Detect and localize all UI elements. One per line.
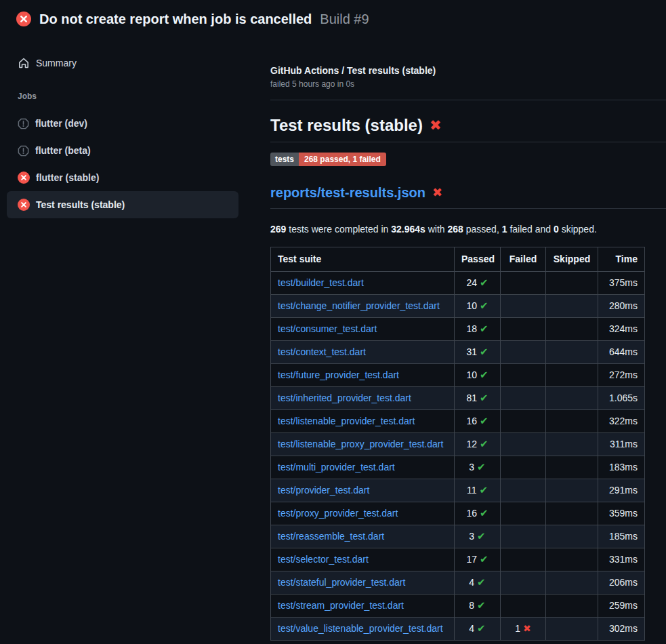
breadcrumb: GitHub Actions / Test results (stable) [270,64,644,77]
test-suite-cell: test/selector_test.dart [271,548,455,571]
sidebar-item-flutter-beta[interactable]: flutter (beta) [7,137,238,164]
results-table-body: test/builder_test.dart24✔375mstest/chang… [271,272,645,641]
table-row: test/listenable_proxy_provider_test.dart… [271,433,645,456]
passed-count: 16 [466,508,477,519]
test-suite-link[interactable]: test/reassemble_test.dart [278,531,384,542]
passed-cell: 3✔ [455,525,501,548]
sidebar: Summary Jobs flutter (dev) flutter (beta… [0,38,254,218]
workflow-run-title: Do not create report when job is cancell… [39,12,312,27]
divider [270,100,666,100]
time-cell: 185ms [598,525,645,548]
test-suite-link[interactable]: test/stream_provider_test.dart [278,600,404,611]
check-icon: ✔ [477,530,486,542]
test-suite-link[interactable]: test/context_test.dart [278,346,366,357]
test-suite-link[interactable]: test/provider_test.dart [278,485,369,496]
test-suite-link[interactable]: test/value_listenable_provider_test.dart [278,623,443,634]
report-title: reports/test-results.json ✖ [270,184,666,209]
sidebar-item-test-results-stable[interactable]: Test results (stable) [7,191,238,218]
failed-cell [501,479,546,502]
time-cell: 1.065s [598,387,645,410]
passed-cell: 4✔ [455,571,501,595]
failed-cell [501,433,546,456]
check-icon: ✔ [480,369,488,381]
check-icon: ✔ [480,438,488,450]
table-row: test/inherited_provider_test.dart81✔1.06… [271,387,645,410]
test-suite-link[interactable]: test/proxy_provider_test.dart [278,508,398,519]
time-cell: 259ms [598,595,645,618]
sidebar-item-flutter-stable[interactable]: flutter (stable) [7,164,238,191]
sidebar-item-label: Summary [36,58,77,68]
check-icon: ✔ [480,300,488,312]
skipped-cell [546,410,598,433]
failed-status-icon [18,199,30,211]
test-suite-cell: test/stream_provider_test.dart [271,595,455,618]
passed-cell: 4✔ [455,618,501,641]
table-row: test/builder_test.dart24✔375ms [271,272,645,295]
check-run-content: GitHub Actions / Test results (stable) f… [254,38,666,641]
failed-cell [501,410,546,433]
skipped-cell [546,456,598,479]
table-row: test/stream_provider_test.dart8✔259ms [271,595,645,618]
table-row: test/provider_test.dart11✔291ms [271,479,645,502]
failed-status-icon [18,172,30,184]
failed-cell [501,525,546,548]
test-suite-link[interactable]: test/change_notifier_provider_test.dart [278,300,440,311]
table-header-row: Test suite Passed Failed Skipped Time [271,247,645,272]
passed-count: 10 [466,369,477,380]
passed-cell: 8✔ [455,595,501,618]
failed-cell [501,502,546,525]
passed-cell: 17✔ [455,548,501,571]
failed-cell [501,595,546,618]
test-suite-link[interactable]: test/consumer_test.dart [278,323,377,334]
test-suite-link[interactable]: test/multi_provider_test.dart [278,462,395,472]
tests-badge: tests 268 passed, 1 failed [270,153,386,166]
failed-cell [501,571,546,595]
failed-cell [501,456,546,479]
report-file-link[interactable]: reports/test-results.json [270,184,425,201]
table-row: test/change_notifier_provider_test.dart1… [271,295,645,318]
test-suite-link[interactable]: test/selector_test.dart [278,554,369,565]
time-cell: 311ms [598,433,645,456]
skipped-cell [546,479,598,502]
column-header-time: Time [598,247,645,272]
column-header-failed: Failed [501,247,546,272]
test-suite-link[interactable]: test/listenable_proxy_provider_test.dart [278,439,443,449]
time-cell: 302ms [598,618,645,641]
table-row: test/reassemble_test.dart3✔185ms [271,525,645,548]
test-suite-cell: test/builder_test.dart [271,272,455,295]
sidebar-item-label: flutter (stable) [36,172,99,183]
table-row: test/selector_test.dart17✔331ms [271,548,645,571]
badge-label: tests [270,153,299,166]
passed-count: 8 [469,600,474,611]
column-header-test-suite: Test suite [271,247,455,272]
passed-count: 3 [469,531,474,542]
test-suite-link[interactable]: test/inherited_provider_test.dart [278,393,411,403]
skipped-cell [546,364,598,387]
passed-count: 4 [469,623,474,634]
column-header-passed: Passed [455,247,501,272]
test-suite-cell: test/proxy_provider_test.dart [271,502,455,525]
sidebar-item-label: flutter (beta) [35,145,91,156]
passed-count: 10 [466,300,477,311]
table-row: test/stateful_provider_test.dart4✔206ms [271,571,645,595]
passed-cell: 16✔ [455,502,501,525]
check-icon: ✔ [477,576,486,588]
cross-icon: ✖ [430,119,442,133]
time-cell: 272ms [598,364,645,387]
passed-cell: 16✔ [455,410,501,433]
cross-icon: ✖ [523,623,531,634]
passed-cell: 10✔ [455,364,501,387]
sidebar-item-summary[interactable]: Summary [7,49,238,77]
test-suite-link[interactable]: test/builder_test.dart [278,277,364,288]
test-suite-cell: test/consumer_test.dart [271,318,455,341]
sidebar-item-flutter-dev[interactable]: flutter (dev) [7,110,238,137]
passed-count: 17 [466,554,477,565]
test-suite-link[interactable]: test/future_provider_test.dart [278,369,399,380]
skipped-cell [546,502,598,525]
failed-status-icon [16,12,31,26]
time-cell: 183ms [598,456,645,479]
table-row: test/value_listenable_provider_test.dart… [271,618,645,641]
test-suite-link[interactable]: test/listenable_provider_test.dart [278,416,415,426]
test-suite-link[interactable]: test/stateful_provider_test.dart [278,577,405,588]
time-cell: 291ms [598,479,645,502]
